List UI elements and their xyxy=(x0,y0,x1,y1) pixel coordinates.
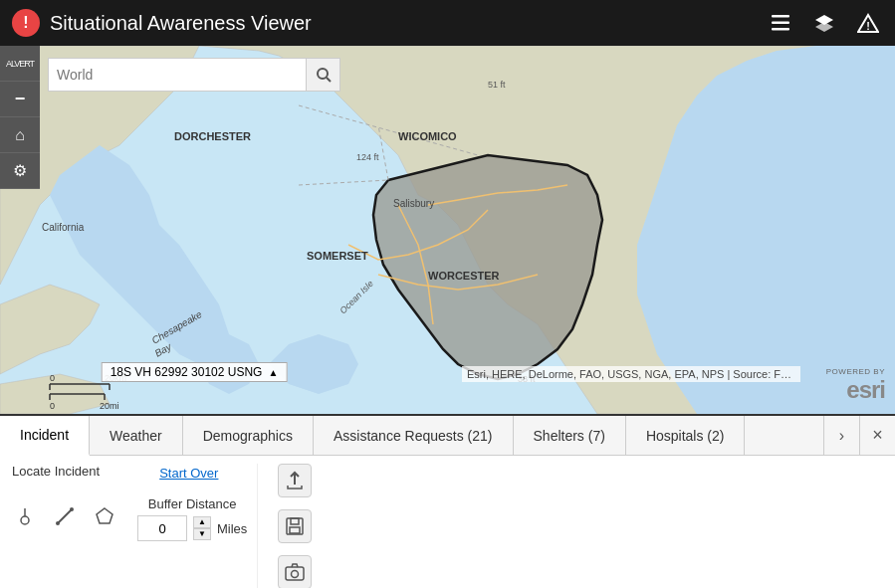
warning-icon: ! xyxy=(857,13,879,33)
svg-text:0: 0 xyxy=(50,401,55,411)
svg-rect-1 xyxy=(772,22,789,25)
svg-point-38 xyxy=(56,521,60,525)
list-icon-button[interactable] xyxy=(766,8,795,38)
svg-point-33 xyxy=(318,69,328,79)
svg-rect-2 xyxy=(772,28,789,31)
polygon-icon xyxy=(95,506,114,526)
tab-shelters[interactable]: Shelters (7) xyxy=(514,416,626,456)
buffer-increment-button[interactable]: ▲ xyxy=(193,516,211,528)
point-icon xyxy=(15,506,35,526)
svg-text:124 ft: 124 ft xyxy=(356,152,379,162)
tabs-bar: Incident Weather Demographics Assistance… xyxy=(0,416,895,456)
svg-text:20mi: 20mi xyxy=(100,401,119,411)
svg-line-37 xyxy=(58,509,72,523)
search-icon xyxy=(316,67,332,83)
svg-text:DORCHESTER: DORCHESTER xyxy=(174,130,251,142)
svg-text:SOMERSET: SOMERSET xyxy=(307,250,368,262)
svg-rect-42 xyxy=(291,518,299,524)
upload-icon xyxy=(285,471,305,490)
buffer-label: Buffer Distance xyxy=(137,496,247,511)
start-over-link[interactable]: Start Over xyxy=(159,466,218,481)
home-button[interactable]: ⌂ xyxy=(0,117,40,153)
buffer-value-input[interactable] xyxy=(137,515,187,541)
app-title: Situational Awareness Viewer xyxy=(50,12,312,35)
warning-icon-button[interactable]: ! xyxy=(853,8,883,38)
svg-text:California: California xyxy=(42,222,85,233)
bottom-panel: Incident Weather Demographics Assistance… xyxy=(0,414,895,588)
save-button[interactable] xyxy=(278,509,312,543)
svg-text:WICOMICO: WICOMICO xyxy=(398,130,457,142)
esri-powered-text: POWERED BY xyxy=(826,367,885,376)
coord-value: 18S VH 62992 30102 USNG xyxy=(111,365,263,379)
save-icon xyxy=(285,516,305,536)
buffer-unit-label: Miles xyxy=(217,521,247,536)
tab-next-button[interactable]: › xyxy=(823,416,859,456)
map-container[interactable]: DORCHESTER WICOMICO SOMERSET WORCESTER S… xyxy=(0,46,895,414)
svg-marker-4 xyxy=(815,22,833,32)
locate-incident-label: Locate Incident xyxy=(12,464,100,479)
tab-incident[interactable]: Incident xyxy=(0,416,90,456)
incident-left-panel: Locate Incident Start Over xyxy=(12,464,247,588)
line-tool[interactable] xyxy=(52,503,78,529)
search-bar: World xyxy=(48,58,340,92)
draw-tools xyxy=(12,503,117,529)
tab-assistance-requests[interactable]: Assistance Requests (21) xyxy=(314,416,514,456)
title-bar: ! Situational Awareness Viewer ! xyxy=(0,0,895,46)
tab-hospitals[interactable]: Hospitals (2) xyxy=(626,416,746,456)
svg-point-35 xyxy=(21,516,29,524)
svg-text:Salisbury: Salisbury xyxy=(393,198,434,209)
map-svg: DORCHESTER WICOMICO SOMERSET WORCESTER S… xyxy=(0,46,895,414)
settings-button[interactable]: ⚙ xyxy=(0,153,40,189)
coord-bar: 18S VH 62992 30102 USNG ▲ xyxy=(102,362,288,382)
esri-logo-text: esri xyxy=(846,376,885,404)
incident-content: Locate Incident Start Over xyxy=(0,456,895,588)
svg-marker-40 xyxy=(97,508,112,523)
tab-demographics[interactable]: Demographics xyxy=(183,416,314,456)
alvert-button[interactable]: ALVERT xyxy=(0,46,40,82)
coord-expand-icon[interactable]: ▲ xyxy=(268,367,278,378)
search-button[interactable] xyxy=(307,58,340,92)
buffer-section: Buffer Distance ▲ ▼ Miles xyxy=(137,496,247,541)
polygon-tool[interactable] xyxy=(92,503,117,529)
zoom-out-button[interactable]: − xyxy=(0,82,40,117)
map-toolbar: ALVERT − ⌂ ⚙ xyxy=(0,46,40,189)
attribution-text: Esri, HERE, DeLorme, FAO, USGS, NGA, EPA… xyxy=(467,368,797,380)
camera-icon xyxy=(285,562,305,582)
svg-text:WORCESTER: WORCESTER xyxy=(428,270,500,282)
svg-point-39 xyxy=(70,507,74,511)
title-left: ! Situational Awareness Viewer xyxy=(12,9,312,37)
alert-icon: ! xyxy=(12,9,40,37)
buffer-input-row: ▲ ▼ Miles xyxy=(137,515,247,541)
esri-logo: POWERED BY esri xyxy=(826,367,885,404)
svg-line-34 xyxy=(327,78,331,82)
buffer-spinner: ▲ ▼ xyxy=(193,516,211,540)
layers-icon xyxy=(813,13,835,33)
search-input[interactable]: World xyxy=(48,58,307,92)
upload-button[interactable] xyxy=(278,464,312,497)
point-tool[interactable] xyxy=(12,503,38,529)
svg-rect-0 xyxy=(772,15,789,18)
panel-close-button[interactable]: × xyxy=(859,416,895,456)
title-actions: ! xyxy=(766,8,883,38)
svg-text:51 ft: 51 ft xyxy=(488,80,506,90)
attribution-bar: Esri, HERE, DeLorme, FAO, USGS, NGA, EPA… xyxy=(462,366,800,382)
buffer-decrement-button[interactable]: ▼ xyxy=(193,528,211,540)
svg-rect-43 xyxy=(290,527,300,533)
line-icon xyxy=(55,506,75,526)
layers-icon-button[interactable] xyxy=(809,8,839,38)
tab-weather[interactable]: Weather xyxy=(90,416,183,456)
svg-text:!: ! xyxy=(866,20,870,32)
list-icon xyxy=(770,14,791,32)
svg-text:0: 0 xyxy=(50,373,55,383)
incident-action-buttons xyxy=(257,464,332,588)
svg-point-45 xyxy=(292,571,299,578)
camera-button[interactable] xyxy=(278,555,312,588)
